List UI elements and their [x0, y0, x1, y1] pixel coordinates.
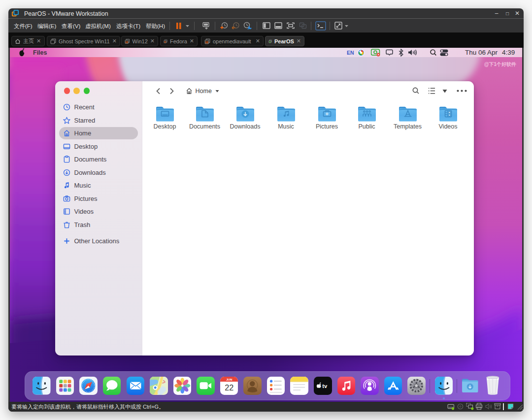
- svg-text:tv: tv: [322, 383, 328, 389]
- svg-text:22: 22: [225, 383, 233, 392]
- svg-text:JUN: JUN: [226, 378, 232, 381]
